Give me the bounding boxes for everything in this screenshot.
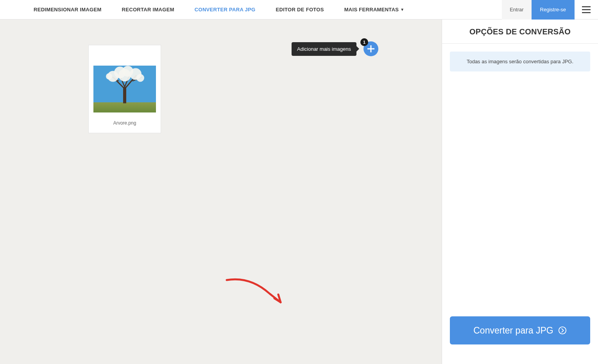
svg-rect-2: [582, 12, 591, 13]
top-nav: REDIMENSIONAR IMAGEM RECORTAR IMAGEM CON…: [0, 0, 598, 20]
nav-convert-jpg[interactable]: CONVERTER PARA JPG: [184, 0, 266, 20]
image-thumbnail: [93, 66, 156, 112]
hamburger-menu-button[interactable]: [575, 0, 598, 20]
conversion-info: Todas as imagens serão convertidas para …: [450, 52, 590, 71]
add-more-wrap: Adicionar mais imagens 1: [292, 41, 378, 56]
svg-point-15: [106, 73, 112, 80]
svg-rect-3: [123, 87, 126, 103]
nav-more-tools[interactable]: MAIS FERRAMENTAS ▼: [334, 0, 415, 20]
svg-point-14: [136, 74, 144, 82]
svg-rect-1: [582, 9, 591, 10]
nav-more-tools-label: MAIS FERRAMENTAS: [344, 7, 399, 12]
workspace: Arvore.png Adicionar mais imagens 1: [0, 20, 442, 364]
nav-resize[interactable]: REDIMENSIONAR IMAGEM: [23, 0, 112, 20]
svg-rect-0: [582, 6, 591, 7]
plus-icon: [367, 45, 374, 52]
add-more-tooltip: Adicionar mais imagens: [292, 42, 356, 56]
register-button[interactable]: Registre-se: [532, 0, 575, 20]
nav-crop[interactable]: RECORTAR IMAGEM: [112, 0, 184, 20]
nav-photo-editor[interactable]: EDITOR DE FOTOS: [265, 0, 334, 20]
image-filename: Arvore.png: [113, 120, 136, 129]
convert-button[interactable]: Converter para JPG: [450, 316, 590, 344]
hamburger-icon: [582, 6, 591, 13]
svg-rect-18: [367, 48, 374, 50]
sidebar-title: OPÇÕES DE CONVERSÃO: [442, 20, 598, 44]
annotation-arrow: [223, 274, 293, 313]
image-card[interactable]: Arvore.png: [88, 45, 161, 133]
options-sidebar: OPÇÕES DE CONVERSÃO Todas as imagens ser…: [442, 20, 598, 364]
chevron-down-icon: ▼: [400, 7, 404, 12]
svg-point-16: [118, 69, 131, 82]
main-area: Arvore.png Adicionar mais imagens 1 OPÇÕ…: [0, 20, 598, 364]
convert-button-label: Converter para JPG: [473, 325, 553, 336]
arrow-right-circle-icon: [558, 326, 567, 335]
svg-point-19: [559, 327, 566, 334]
login-button[interactable]: Entrar: [502, 0, 531, 20]
add-images-button[interactable]: 1: [363, 41, 378, 56]
image-count-badge: 1: [360, 38, 368, 46]
